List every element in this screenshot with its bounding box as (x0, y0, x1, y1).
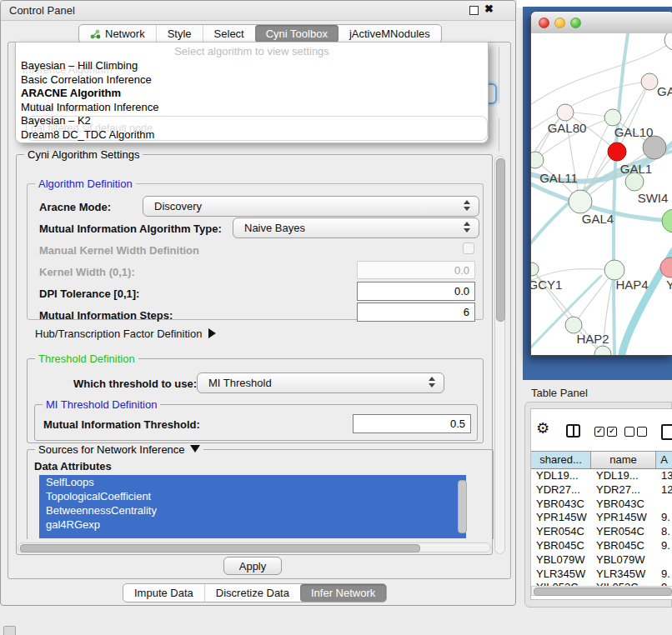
select-all-checkbox-icon2[interactable]: ✓ (607, 427, 617, 437)
table-hscrollbar-thumb[interactable] (534, 588, 672, 596)
network-node[interactable] (594, 346, 611, 355)
algorithm-option[interactable]: Dream8 DC_TDC Algorithm (16, 128, 488, 142)
bottom-tabstrip: Impute Data Discretize Data Infer Networ… (123, 583, 387, 602)
network-node[interactable] (569, 190, 592, 213)
table-cell: YBL079W (591, 553, 656, 568)
columns-icon[interactable] (566, 424, 580, 438)
algorithm-definition-group: Algorithm Definition Aracne Mode: Discov… (27, 183, 484, 320)
bottom-left-mini-icon[interactable] (3, 626, 16, 635)
table-cell: YLR345W (591, 568, 656, 582)
expand-arrow-icon (208, 328, 216, 338)
tab-infer-network[interactable]: Infer Network (300, 584, 386, 602)
zoom-traffic-light[interactable] (570, 18, 581, 28)
attributes-scrollbar[interactable] (458, 480, 467, 533)
table-row[interactable]: YBR045CYBR045C9. (531, 539, 672, 553)
table-row[interactable]: YDL19...YDL19...13 (531, 469, 672, 483)
algorithm-option[interactable]: Mutual Information Inference (16, 101, 488, 115)
float-window-icon[interactable] (469, 6, 479, 15)
network-node[interactable] (643, 136, 666, 159)
export-table-icon[interactable] (661, 424, 672, 440)
tab-network[interactable]: Network (79, 25, 156, 42)
which-threshold-combo[interactable]: MI Threshold (197, 372, 444, 393)
tab-jactivemnodules[interactable]: jActiveMNodules (339, 25, 441, 42)
network-node[interactable] (608, 142, 626, 161)
node-label: GAL80 (548, 121, 587, 135)
table-row[interactable]: YLR345WYLR345W9. (531, 568, 672, 582)
node-label: GAL11 (539, 171, 578, 185)
network-edge[interactable] (614, 33, 628, 354)
node-label: Y (666, 278, 672, 292)
settings-vscrollbar-thumb[interactable] (496, 158, 505, 322)
tab-select[interactable]: Select (203, 25, 255, 42)
settings-vscrollbar[interactable] (494, 156, 505, 554)
mi-type-combo[interactable]: Naive Bayes (233, 218, 479, 238)
node-label: GAL4 (582, 212, 614, 226)
algorithm-option[interactable]: Bayesian – Hill Climbing (16, 59, 488, 73)
dpi-tolerance-field[interactable]: 0.0 (357, 282, 475, 301)
manual-kernel-checkbox[interactable] (463, 242, 474, 254)
column-header[interactable]: shared... (531, 452, 591, 468)
table-row[interactable]: YER054CYER054C8. (531, 525, 672, 539)
table-row[interactable]: YBL079WYBL079W (531, 553, 672, 568)
apply-button[interactable]: Apply (223, 557, 282, 575)
data-attribute-item[interactable]: SelfLoops (39, 475, 466, 489)
column-header[interactable]: name (591, 452, 656, 468)
deselect-checkbox-icon[interactable] (624, 427, 634, 437)
settings-hscrollbar-thumb[interactable] (20, 544, 420, 552)
network-node[interactable] (565, 317, 582, 333)
kernel-width-field[interactable]: 0.0 (357, 261, 475, 279)
table-cell: YER054C (591, 525, 656, 539)
table-cell: 13 (656, 469, 672, 483)
table-cell: YDL19... (591, 469, 656, 483)
deselect-checkbox-icon2[interactable] (637, 427, 647, 437)
tab-impute-data[interactable]: Impute Data (123, 584, 204, 602)
table-hscrollbar[interactable] (531, 586, 672, 596)
table-row[interactable]: YPR145WYPR145W9. (531, 511, 672, 525)
node-label: GCY1 (531, 278, 562, 292)
stepper-icon (464, 222, 471, 232)
data-attribute-item[interactable]: TopologicalCoefficient (39, 489, 466, 503)
network-node[interactable] (662, 209, 672, 232)
close-traffic-light[interactable] (539, 18, 549, 28)
tab-style[interactable]: Style (156, 25, 203, 42)
algorithm-option[interactable]: Bayesian – K2 (16, 114, 488, 128)
tab-discretize-data[interactable]: Discretize Data (204, 584, 300, 602)
data-attribute-item[interactable]: BetweennessCentrality (39, 503, 466, 518)
algorithm-option[interactable]: Basic Correlation Inference (16, 73, 488, 88)
mi-threshold-field[interactable]: 0.5 (353, 414, 471, 433)
data-attribute-item[interactable]: gal4RGexp (39, 518, 466, 532)
network-node[interactable] (531, 262, 539, 276)
network-node[interactable] (641, 73, 658, 90)
network-node[interactable] (531, 152, 544, 168)
minimize-traffic-light[interactable] (554, 18, 565, 28)
select-all-checkbox-icon[interactable]: ✓ (594, 427, 604, 437)
table-row[interactable]: YDR27...YDR27...12 (531, 483, 672, 498)
close-icon[interactable]: ✖ (484, 2, 494, 15)
node-label: GAL1 (620, 162, 652, 176)
column-header[interactable]: A (656, 452, 672, 468)
gear-icon[interactable]: ⚙ (536, 419, 549, 438)
apply-label: Apply (239, 560, 267, 572)
network-window-titlebar[interactable] (531, 12, 672, 34)
network-node[interactable] (604, 109, 621, 126)
manual-kernel-label: Manual Kernel Width Definition (39, 244, 199, 257)
mi-steps-field[interactable]: 6 (357, 302, 475, 322)
table-header: shared...nameA (531, 451, 672, 469)
algorithm-option[interactable]: ARACNE Algorithm (16, 87, 488, 101)
data-attributes-list[interactable]: SelfLoopsTopologicalCoefficientBetweenne… (39, 475, 466, 538)
tab-label: Style (168, 28, 192, 40)
cyni-settings-group: Cyni Algorithm Settings Algorithm Defini… (16, 154, 493, 555)
tab-label: Network (105, 28, 145, 40)
hub-definition-toggle[interactable]: Hub/Transcription Factor Definition (35, 328, 216, 340)
tab-cyni-toolbox[interactable]: Cyni Toolbox (255, 25, 339, 42)
network-node[interactable] (664, 33, 672, 50)
table-cell: 12 (656, 483, 672, 498)
table-cell: YPR145W (591, 511, 656, 525)
algorithm-definition-title: Algorithm Definition (35, 178, 136, 190)
network-canvas[interactable]: GALGAL80GAL10GAL1GAL11SWI4GAL4GCY1HAP4YH… (531, 33, 672, 355)
network-node[interactable] (557, 104, 574, 121)
aracne-mode-combo[interactable]: Discovery (143, 196, 479, 217)
sources-toggle[interactable]: Sources for Network Inference (35, 443, 203, 456)
settings-hscrollbar[interactable] (18, 542, 491, 552)
table-row[interactable]: YBR043CYBR043C (531, 498, 672, 512)
